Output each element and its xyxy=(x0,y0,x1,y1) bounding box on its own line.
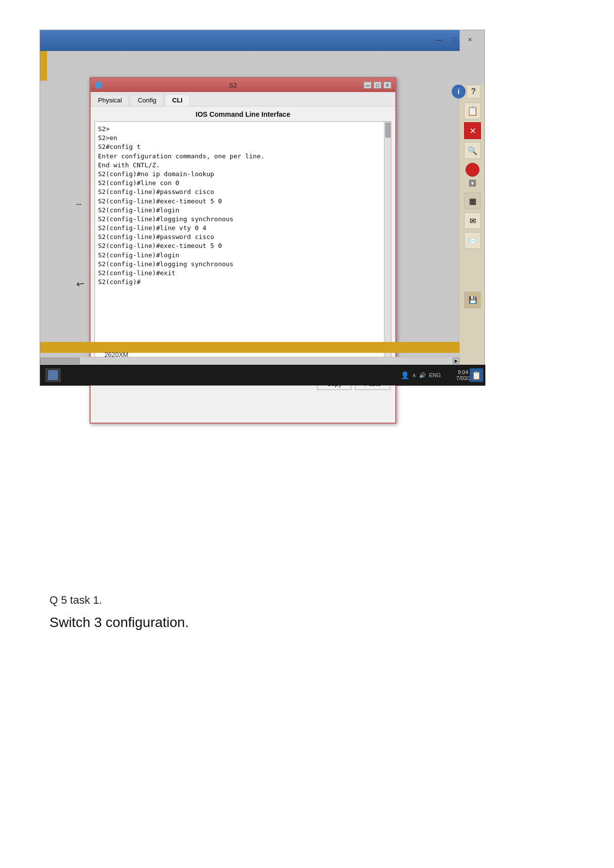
outer-window: — □ × i ? 📋 ✕ 🔍 ▼ ▦ ✉ 📨 💾 -- ↙ xyxy=(40,30,485,386)
s2-minimize-button[interactable]: — xyxy=(364,82,372,89)
search-icon[interactable]: 🔍 xyxy=(464,142,481,159)
help-icon[interactable]: ? xyxy=(467,85,480,98)
minimize-button[interactable]: — xyxy=(434,35,443,44)
notification-icon[interactable]: 📋 xyxy=(470,368,483,382)
taskbar: 👤 ∧ 🔊 ENG 9:04 p.m. 7/03/2019 📋 xyxy=(40,365,485,386)
s2-title-bar: 🌐 S2 — □ × xyxy=(91,78,395,92)
tab-physical[interactable]: Physical xyxy=(91,94,129,106)
tab-cli[interactable]: CLI xyxy=(165,94,190,106)
right-toolbar: 📋 ✕ 🔍 ▼ ▦ ✉ 📨 💾 xyxy=(464,102,481,308)
start-icon[interactable] xyxy=(45,368,61,382)
taskbar-icons xyxy=(40,368,66,382)
h-scrollbar-thumb xyxy=(40,358,80,364)
record-icon[interactable] xyxy=(466,163,479,177)
mail2-icon[interactable]: 📨 xyxy=(464,232,481,249)
lang-label: ENG xyxy=(429,372,441,378)
restore-button[interactable]: □ xyxy=(450,35,459,44)
close-button[interactable]: × xyxy=(466,35,474,44)
s2-close-button[interactable]: × xyxy=(383,82,391,89)
s2-maximize-button[interactable]: □ xyxy=(374,82,381,89)
tab-config[interactable]: Config xyxy=(130,94,164,106)
document-icon[interactable]: 📋 xyxy=(464,102,481,119)
close-red-icon[interactable]: ✕ xyxy=(464,122,481,139)
grid-icon[interactable]: ▦ xyxy=(464,193,481,209)
ios-heading: IOS Command Line Interface xyxy=(91,106,395,121)
annotation-question: Q 5 task 1. xyxy=(49,594,189,607)
cli-terminal[interactable]: S2> S2>en S2#config t Enter configuratio… xyxy=(94,121,391,374)
yellow-accent-left xyxy=(40,51,47,81)
taskbar-systray: 👤 ∧ 🔊 ENG xyxy=(401,371,441,379)
annotation-section: Q 5 task 1. Switch 3 configuration. xyxy=(49,594,189,630)
s2-globe-icon: 🌐 xyxy=(94,81,102,89)
systray-caret: ∧ xyxy=(412,372,416,379)
s2-title: S2 xyxy=(102,82,364,89)
person-icon: 👤 xyxy=(401,371,409,379)
h-scrollbar-arrow-right[interactable]: ▶ xyxy=(453,358,460,364)
left-dashes: -- xyxy=(76,199,82,208)
s2-window-controls: — □ × xyxy=(364,82,391,89)
left-arrow-icon: ↙ xyxy=(74,276,88,290)
cli-scrollbar-thumb xyxy=(385,123,390,138)
volume-icon: 🔊 xyxy=(419,372,426,379)
cli-scrollbar[interactable]: ▼ xyxy=(384,122,391,373)
device-label: 2620XM xyxy=(104,351,128,358)
device-icon[interactable]: 💾 xyxy=(464,291,481,308)
outer-window-controls: — □ × xyxy=(434,35,474,44)
mail-icon[interactable]: ✉ xyxy=(464,212,481,229)
outer-top-bar xyxy=(40,30,460,51)
annotation-description: Switch 3 configuration. xyxy=(49,615,189,630)
info-icon[interactable]: i xyxy=(452,85,466,98)
s2-tab-bar: Physical Config CLI xyxy=(91,92,395,106)
yellow-accent-bottom xyxy=(40,342,460,353)
horizontal-scrollbar[interactable]: ▶ xyxy=(40,357,460,365)
dropdown-arrow-icon[interactable]: ▼ xyxy=(469,180,476,187)
cli-output: S2> S2>en S2#config t Enter configuratio… xyxy=(98,125,388,287)
